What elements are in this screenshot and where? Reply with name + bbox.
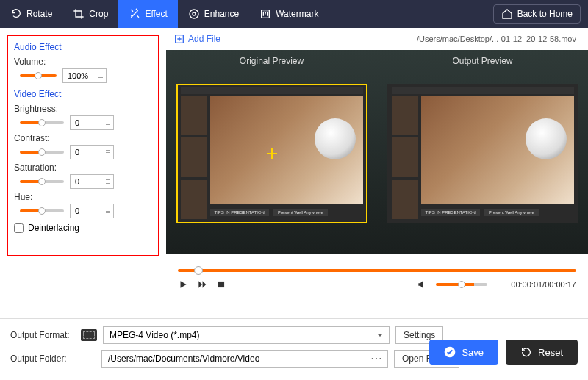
- tab-effect[interactable]: Effect: [118, 0, 177, 28]
- add-file-label: Add File: [188, 34, 220, 44]
- tab-label: Watermark: [276, 9, 318, 19]
- timeline-thumb[interactable]: [194, 266, 203, 275]
- rotate-icon: [10, 8, 22, 20]
- tab-label: Enhance: [204, 9, 239, 19]
- top-toolbar: Rotate Crop Effect Enhance Watermark Bac…: [0, 0, 588, 28]
- footer: Output Format: MPEG-4 Video (*.mp4) Sett…: [0, 318, 588, 380]
- svg-point-0: [190, 10, 198, 18]
- volume-icon[interactable]: [417, 279, 427, 290]
- browse-button[interactable]: ···: [371, 351, 383, 367]
- reset-icon: [520, 346, 532, 358]
- enhance-icon: [188, 8, 200, 20]
- output-folder-label: Output Folder:: [10, 354, 75, 364]
- deinterlacing-checkbox[interactable]: Deinterlacing: [14, 223, 152, 233]
- deinterlacing-input[interactable]: [14, 223, 24, 233]
- tab-crop[interactable]: Crop: [62, 0, 118, 28]
- home-icon: [501, 8, 513, 20]
- time-display: 00:00:01/00:00:17: [511, 280, 576, 289]
- effect-icon: [129, 8, 140, 20]
- brightness-label: Brightness:: [14, 104, 152, 114]
- stop-button[interactable]: [216, 279, 226, 290]
- back-to-home-button[interactable]: Back to Home: [493, 4, 581, 24]
- hue-slider[interactable]: [20, 209, 64, 212]
- output-format-label: Output Format:: [10, 330, 75, 340]
- playback-controls: 00:00:01/00:00:17: [166, 276, 588, 290]
- deinterlacing-label: Deinterlacing: [28, 223, 79, 233]
- contrast-label: Contrast:: [14, 133, 152, 143]
- back-home-label: Back to Home: [517, 9, 573, 19]
- hue-label: Hue:: [14, 192, 152, 202]
- saturation-value[interactable]: 0: [70, 174, 114, 189]
- play-button[interactable]: [178, 279, 188, 290]
- add-file-icon: [173, 33, 185, 45]
- file-path: /Users/mac/Desktop/...-01-12_20-12-58.mo…: [228, 35, 581, 43]
- brightness-slider[interactable]: [20, 121, 64, 124]
- playback-volume-slider[interactable]: [436, 283, 487, 286]
- tab-watermark[interactable]: Watermark: [249, 0, 329, 28]
- format-icon: [81, 329, 97, 341]
- tab-rotate[interactable]: Rotate: [0, 0, 62, 28]
- crosshair-icon: [267, 148, 277, 159]
- contrast-value[interactable]: 0: [70, 145, 114, 159]
- svg-rect-3: [218, 282, 224, 287]
- watermark-icon: [259, 8, 271, 20]
- original-preview[interactable]: TIPS IN PRESENTATIONPresent Well Anywher…: [176, 84, 368, 223]
- contrast-slider[interactable]: [20, 151, 64, 154]
- fast-forward-button[interactable]: [197, 279, 207, 290]
- reset-button[interactable]: Reset: [506, 340, 578, 365]
- preview-panel: Original Preview TIPS IN PRESENTATIONPre…: [166, 50, 588, 254]
- add-file-button[interactable]: Add File: [173, 33, 220, 45]
- volume-slider[interactable]: [20, 74, 57, 77]
- saturation-slider[interactable]: [20, 180, 64, 183]
- hue-value[interactable]: 0: [70, 204, 114, 218]
- crop-icon: [73, 8, 85, 20]
- tab-enhance[interactable]: Enhance: [178, 0, 249, 28]
- check-icon: [444, 346, 456, 358]
- audio-effect-title: Audio Effect: [14, 42, 152, 52]
- output-preview: TIPS IN PRESENTATIONPresent Well Anywher…: [387, 84, 578, 223]
- brightness-value[interactable]: 0: [70, 115, 114, 130]
- tab-label: Crop: [89, 9, 108, 19]
- output-folder-field[interactable]: /Users/mac/Documents/Vidmore/Video ···: [101, 350, 388, 368]
- output-preview-title: Output Preview: [452, 50, 512, 69]
- tab-label: Rotate: [26, 9, 52, 19]
- saturation-label: Saturation:: [14, 162, 152, 173]
- file-bar: Add File /Users/mac/Desktop/...-01-12_20…: [166, 28, 588, 50]
- tab-label: Effect: [145, 9, 167, 19]
- output-format-select[interactable]: MPEG-4 Video (*.mp4): [103, 326, 390, 344]
- original-preview-title: Original Preview: [240, 50, 304, 69]
- timeline[interactable]: [166, 254, 588, 276]
- effects-sidebar: Audio Effect Volume: 100% Video Effect B…: [0, 28, 166, 318]
- save-button[interactable]: Save: [429, 340, 498, 365]
- video-effect-title: Video Effect: [14, 89, 152, 99]
- volume-value[interactable]: 100%: [62, 68, 107, 83]
- volume-label: Volume:: [14, 57, 152, 67]
